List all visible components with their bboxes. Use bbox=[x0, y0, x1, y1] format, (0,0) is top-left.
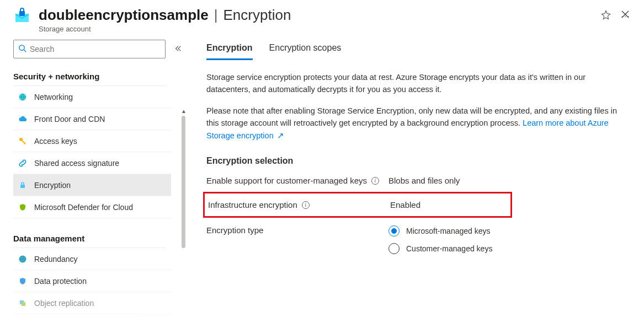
shield-icon bbox=[18, 202, 28, 212]
radio-indicator-checked bbox=[388, 225, 400, 236]
globe-solid-icon bbox=[18, 254, 28, 264]
tab-bar: Encryption Encryption scopes bbox=[206, 40, 622, 60]
sidebar-item-label: Front Door and CDN bbox=[34, 115, 105, 123]
svg-rect-7 bbox=[22, 302, 25, 306]
lock-icon bbox=[18, 180, 28, 190]
tab-encryption[interactable]: Encryption bbox=[206, 40, 253, 60]
storage-lock-icon bbox=[13, 7, 31, 26]
search-icon bbox=[18, 44, 26, 54]
nav-group-data-mgmt: Data management bbox=[13, 228, 166, 248]
title-separator: | bbox=[213, 7, 219, 24]
sidebar-item-label: Encryption bbox=[34, 181, 71, 190]
svg-rect-0 bbox=[19, 11, 25, 16]
sidebar-item-object-replication[interactable]: Object replication bbox=[13, 292, 171, 314]
link-icon bbox=[18, 158, 28, 168]
sidebar-item-encryption[interactable]: Encryption bbox=[13, 174, 171, 196]
key-icon bbox=[18, 136, 28, 146]
sidebar-item-front-door-cdn[interactable]: Front Door and CDN bbox=[13, 108, 171, 130]
scrollbar-thumb[interactable] bbox=[182, 116, 185, 248]
external-link-icon: ↗ bbox=[275, 131, 284, 140]
sidebar-item-label: Shared access signature bbox=[34, 159, 119, 168]
cmk-support-value: Blobs and files only bbox=[388, 176, 460, 185]
description-p2: Please note that after enabling Storage … bbox=[206, 105, 622, 142]
svg-rect-4 bbox=[20, 185, 25, 188]
globe-icon bbox=[18, 92, 28, 102]
shield-blue-icon bbox=[18, 276, 28, 286]
radio-indicator-unchecked bbox=[388, 243, 400, 254]
main-content: Encryption Encryption scopes Storage ser… bbox=[188, 37, 644, 328]
sidebar-item-defender[interactable]: Microsoft Defender for Cloud bbox=[13, 196, 171, 218]
sidebar-item-label: Data protection bbox=[34, 277, 87, 286]
close-blade-button[interactable] bbox=[621, 10, 630, 20]
sidebar-item-access-keys[interactable]: Access keys bbox=[13, 130, 171, 152]
nav-group-security: Security + networking bbox=[13, 66, 166, 86]
radio-customer-managed-keys[interactable]: Customer-managed keys bbox=[388, 243, 492, 254]
description-p1: Storage service encryption protects your… bbox=[206, 71, 622, 96]
copy-icon bbox=[18, 298, 28, 308]
cmk-support-label: Enable support for customer-managed keys… bbox=[206, 176, 388, 185]
infrastructure-encryption-highlight: Infrastructure encryption i Enabled bbox=[203, 192, 512, 218]
page-name: Encryption bbox=[223, 7, 291, 24]
tab-encryption-scopes[interactable]: Encryption scopes bbox=[269, 40, 342, 60]
sidebar-search[interactable] bbox=[13, 40, 166, 58]
section-title: Encryption selection bbox=[206, 156, 622, 166]
svg-point-5 bbox=[19, 255, 26, 262]
info-icon[interactable]: i bbox=[371, 177, 379, 185]
sidebar-item-label: Microsoft Defender for Cloud bbox=[34, 203, 133, 212]
page-title: doubleencryptionsample | Encryption bbox=[39, 7, 587, 24]
cloud-icon bbox=[18, 114, 28, 124]
info-icon[interactable]: i bbox=[302, 201, 310, 209]
infra-encryption-value: Enabled bbox=[390, 200, 421, 209]
favorite-star-icon[interactable] bbox=[601, 10, 611, 21]
radio-label: Customer-managed keys bbox=[406, 244, 492, 253]
search-input[interactable] bbox=[30, 45, 161, 53]
infra-encryption-label: Infrastructure encryption i bbox=[208, 200, 390, 209]
sidebar-item-label: Networking bbox=[34, 93, 73, 101]
resource-name: doubleencryptionsample bbox=[39, 7, 209, 24]
radio-microsoft-managed-keys[interactable]: Microsoft-managed keys bbox=[388, 225, 492, 236]
collapse-sidebar-button[interactable] bbox=[174, 45, 182, 54]
sidebar-item-redundancy[interactable]: Redundancy bbox=[13, 248, 171, 270]
svg-point-1 bbox=[19, 45, 24, 50]
sidebar-item-label: Access keys bbox=[34, 137, 77, 146]
encryption-type-radio-group: Microsoft-managed keys Customer-managed … bbox=[388, 225, 492, 254]
encryption-type-label: Encryption type bbox=[206, 225, 388, 235]
resource-type-subtitle: Storage account bbox=[39, 25, 587, 33]
sidebar-item-label: Object replication bbox=[34, 299, 94, 308]
sidebar-item-label: Redundancy bbox=[34, 255, 78, 264]
scrollbar-up-arrow[interactable]: ▲ bbox=[181, 108, 187, 114]
sidebar: Security + networking Networking Front D… bbox=[0, 37, 188, 328]
radio-label: Microsoft-managed keys bbox=[406, 227, 491, 235]
sidebar-item-sas[interactable]: Shared access signature bbox=[13, 152, 171, 174]
sidebar-item-networking[interactable]: Networking bbox=[13, 86, 171, 108]
sidebar-item-data-protection[interactable]: Data protection bbox=[13, 270, 171, 292]
